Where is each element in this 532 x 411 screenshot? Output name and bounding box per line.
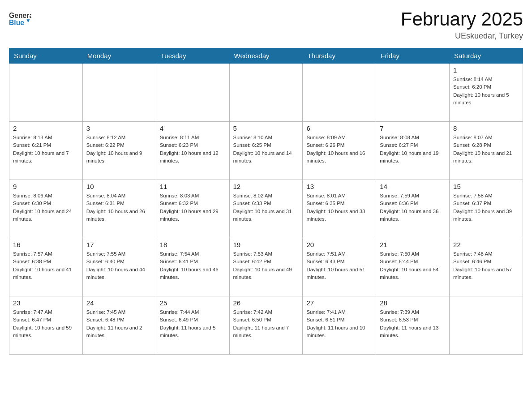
- day-cell-3-0: 16Sunrise: 7:57 AMSunset: 6:38 PMDayligh…: [9, 238, 83, 296]
- day-cell-2-1: 10Sunrise: 8:04 AMSunset: 6:31 PMDayligh…: [82, 180, 156, 238]
- day-cell-4-3: 26Sunrise: 7:42 AMSunset: 6:50 PMDayligh…: [229, 296, 303, 355]
- day-cell-0-5: [376, 64, 450, 122]
- day-number: 1: [453, 66, 519, 74]
- day-cell-3-1: 17Sunrise: 7:55 AMSunset: 6:40 PMDayligh…: [82, 238, 156, 296]
- day-number: 23: [13, 299, 79, 307]
- week-row-2: 2Sunrise: 8:13 AMSunset: 6:21 PMDaylight…: [9, 122, 523, 180]
- day-cell-3-3: 19Sunrise: 7:53 AMSunset: 6:42 PMDayligh…: [229, 238, 303, 296]
- day-cell-0-3: [229, 64, 303, 122]
- day-cell-1-4: 6Sunrise: 8:09 AMSunset: 6:26 PMDaylight…: [303, 122, 376, 180]
- header-sunday: Sunday: [9, 48, 83, 64]
- day-info: Sunrise: 8:12 AMSunset: 6:22 PMDaylight:…: [86, 134, 152, 165]
- day-cell-4-0: 23Sunrise: 7:47 AMSunset: 6:47 PMDayligh…: [9, 296, 83, 355]
- day-cell-1-3: 5Sunrise: 8:10 AMSunset: 6:25 PMDaylight…: [229, 122, 303, 180]
- day-number: 2: [13, 124, 79, 132]
- day-info: Sunrise: 7:39 AMSunset: 6:53 PMDaylight:…: [380, 308, 446, 339]
- day-number: 10: [86, 183, 152, 190]
- day-number: 9: [13, 183, 79, 190]
- day-info: Sunrise: 8:04 AMSunset: 6:31 PMDaylight:…: [86, 192, 152, 223]
- day-number: 26: [233, 299, 299, 307]
- day-info: Sunrise: 8:02 AMSunset: 6:33 PMDaylight:…: [233, 192, 299, 223]
- day-cell-0-4: [303, 64, 376, 122]
- day-number: 4: [160, 124, 226, 132]
- day-cell-4-6: [450, 296, 523, 355]
- day-info: Sunrise: 8:10 AMSunset: 6:25 PMDaylight:…: [233, 134, 299, 165]
- day-info: Sunrise: 8:07 AMSunset: 6:28 PMDaylight:…: [453, 134, 519, 165]
- page-header: General Blue February 2025 UEskuedar, Tu…: [9, 9, 523, 41]
- day-cell-3-5: 21Sunrise: 7:50 AMSunset: 6:44 PMDayligh…: [376, 238, 450, 296]
- header-saturday: Saturday: [450, 48, 523, 64]
- day-cell-2-5: 14Sunrise: 7:59 AMSunset: 6:36 PMDayligh…: [376, 180, 450, 238]
- day-info: Sunrise: 7:41 AMSunset: 6:51 PMDaylight:…: [306, 308, 372, 339]
- day-info: Sunrise: 7:54 AMSunset: 6:41 PMDaylight:…: [160, 250, 226, 281]
- day-info: Sunrise: 7:44 AMSunset: 6:49 PMDaylight:…: [160, 308, 226, 339]
- day-number: 17: [86, 241, 152, 248]
- day-info: Sunrise: 7:45 AMSunset: 6:48 PMDaylight:…: [86, 308, 152, 339]
- day-info: Sunrise: 7:42 AMSunset: 6:50 PMDaylight:…: [233, 308, 299, 339]
- day-number: 13: [306, 183, 372, 190]
- day-number: 20: [306, 241, 372, 248]
- day-cell-2-0: 9Sunrise: 8:06 AMSunset: 6:30 PMDaylight…: [9, 180, 83, 238]
- day-number: 25: [160, 299, 226, 307]
- day-info: Sunrise: 8:06 AMSunset: 6:30 PMDaylight:…: [13, 192, 79, 223]
- title-section: February 2025 UEskuedar, Turkey: [401, 9, 523, 41]
- day-number: 19: [233, 241, 299, 248]
- weekday-header-row: Sunday Monday Tuesday Wednesday Thursday…: [9, 48, 523, 64]
- day-number: 18: [160, 241, 226, 248]
- day-cell-0-0: [9, 64, 83, 122]
- day-info: Sunrise: 8:08 AMSunset: 6:27 PMDaylight:…: [380, 134, 446, 165]
- day-info: Sunrise: 7:57 AMSunset: 6:38 PMDaylight:…: [13, 250, 79, 281]
- header-friday: Friday: [376, 48, 450, 64]
- day-info: Sunrise: 7:51 AMSunset: 6:43 PMDaylight:…: [306, 250, 372, 281]
- svg-text:Blue: Blue: [9, 19, 24, 26]
- week-row-3: 9Sunrise: 8:06 AMSunset: 6:30 PMDaylight…: [9, 180, 523, 238]
- header-tuesday: Tuesday: [156, 48, 229, 64]
- day-number: 12: [233, 183, 299, 190]
- day-cell-1-0: 2Sunrise: 8:13 AMSunset: 6:21 PMDaylight…: [9, 122, 83, 180]
- day-info: Sunrise: 7:50 AMSunset: 6:44 PMDaylight:…: [380, 250, 446, 281]
- day-number: 11: [160, 183, 226, 190]
- day-cell-1-1: 3Sunrise: 8:12 AMSunset: 6:22 PMDaylight…: [82, 122, 156, 180]
- day-info: Sunrise: 7:55 AMSunset: 6:40 PMDaylight:…: [86, 250, 152, 281]
- svg-marker-1: [26, 19, 30, 22]
- day-number: 3: [86, 124, 152, 132]
- header-monday: Monday: [82, 48, 156, 64]
- day-info: Sunrise: 7:47 AMSunset: 6:47 PMDaylight:…: [13, 308, 79, 339]
- day-number: 7: [380, 124, 446, 132]
- week-row-1: 1Sunrise: 8:14 AMSunset: 6:20 PMDaylight…: [9, 64, 523, 122]
- day-info: Sunrise: 7:53 AMSunset: 6:42 PMDaylight:…: [233, 250, 299, 281]
- week-row-4: 16Sunrise: 7:57 AMSunset: 6:38 PMDayligh…: [9, 238, 523, 296]
- day-cell-1-6: 8Sunrise: 8:07 AMSunset: 6:28 PMDaylight…: [450, 122, 523, 180]
- day-cell-1-2: 4Sunrise: 8:11 AMSunset: 6:23 PMDaylight…: [156, 122, 229, 180]
- day-number: 16: [13, 241, 79, 248]
- day-cell-3-6: 22Sunrise: 7:48 AMSunset: 6:46 PMDayligh…: [450, 238, 523, 296]
- day-info: Sunrise: 7:48 AMSunset: 6:46 PMDaylight:…: [453, 250, 519, 281]
- day-cell-2-6: 15Sunrise: 7:58 AMSunset: 6:37 PMDayligh…: [450, 180, 523, 238]
- day-cell-0-2: [156, 64, 229, 122]
- month-title: February 2025: [401, 9, 523, 30]
- day-info: Sunrise: 8:03 AMSunset: 6:32 PMDaylight:…: [160, 192, 226, 223]
- day-number: 5: [233, 124, 299, 132]
- day-info: Sunrise: 8:09 AMSunset: 6:26 PMDaylight:…: [306, 134, 372, 165]
- day-number: 24: [86, 299, 152, 307]
- day-number: 14: [380, 183, 446, 190]
- day-cell-2-3: 12Sunrise: 8:02 AMSunset: 6:33 PMDayligh…: [229, 180, 303, 238]
- day-number: 22: [453, 241, 519, 248]
- day-info: Sunrise: 7:58 AMSunset: 6:37 PMDaylight:…: [453, 192, 519, 223]
- day-info: Sunrise: 8:13 AMSunset: 6:21 PMDaylight:…: [13, 134, 79, 165]
- day-cell-2-2: 11Sunrise: 8:03 AMSunset: 6:32 PMDayligh…: [156, 180, 229, 238]
- day-number: 8: [453, 124, 519, 132]
- day-number: 27: [306, 299, 372, 307]
- day-cell-3-4: 20Sunrise: 7:51 AMSunset: 6:43 PMDayligh…: [303, 238, 376, 296]
- day-cell-0-6: 1Sunrise: 8:14 AMSunset: 6:20 PMDaylight…: [450, 64, 523, 122]
- day-cell-0-1: [82, 64, 156, 122]
- day-number: 21: [380, 241, 446, 248]
- day-info: Sunrise: 7:59 AMSunset: 6:36 PMDaylight:…: [380, 192, 446, 223]
- day-cell-2-4: 13Sunrise: 8:01 AMSunset: 6:35 PMDayligh…: [303, 180, 376, 238]
- day-cell-4-1: 24Sunrise: 7:45 AMSunset: 6:48 PMDayligh…: [82, 296, 156, 355]
- day-info: Sunrise: 8:11 AMSunset: 6:23 PMDaylight:…: [160, 134, 226, 165]
- day-info: Sunrise: 8:01 AMSunset: 6:35 PMDaylight:…: [306, 192, 372, 223]
- day-info: Sunrise: 8:14 AMSunset: 6:20 PMDaylight:…: [453, 76, 519, 107]
- day-cell-1-5: 7Sunrise: 8:08 AMSunset: 6:27 PMDaylight…: [376, 122, 450, 180]
- day-number: 15: [453, 183, 519, 190]
